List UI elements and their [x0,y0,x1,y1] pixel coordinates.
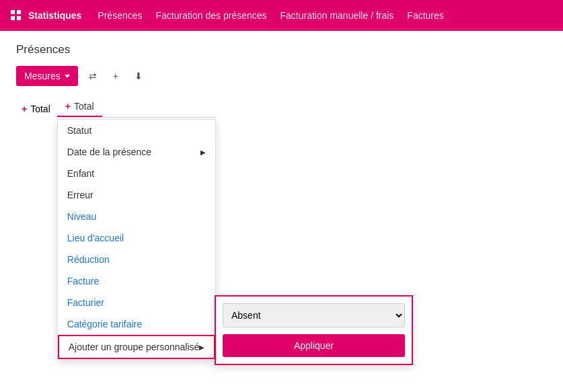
mesures-label: Mesures [24,71,61,81]
toolbar: Mesures ⇄ + ⬇ [16,66,547,86]
left-total-row: + Total [16,104,50,114]
top-navigation: Statistiques Présences Facturation des p… [0,0,563,31]
total-header-label: Total [74,101,94,112]
dropdown-item-lieu-accueil[interactable]: Lieu d'accueil [58,227,216,249]
dropdown-item-reduction[interactable]: Réduction [58,249,216,270]
nav-item-presences[interactable]: Présences [98,10,142,21]
custom-group-select[interactable]: Absent Présent Autre [223,303,405,327]
left-total-label: Total [30,104,50,114]
download-icon-button[interactable]: ⬇ [129,67,148,85]
transfer-icon-button[interactable]: ⇄ [83,67,102,85]
table-header: + Total [57,97,217,118]
plus-expand-icon[interactable]: + [22,104,27,114]
page-title: Présences [16,43,547,56]
mesures-button[interactable]: Mesures [16,66,78,86]
dropdown-item-statut[interactable]: Statut [58,120,216,141]
dropdown-menu: Statut Date de la présence ▶ Enfant Erre… [57,119,217,360]
custom-group-arrow-icon: ▶ [199,344,204,351]
nav-item-factures[interactable]: Factures [407,10,443,21]
appliquer-button[interactable]: Appliquer [223,334,405,357]
header-plus-icon[interactable]: + [65,101,71,112]
app-title: Statistiques [28,10,81,21]
dropdown-item-facturier[interactable]: Facturier [58,292,216,313]
dropdown-item-date-presence[interactable]: Date de la présence ▶ [58,141,216,163]
add-icon: + [113,71,118,81]
total-header-cell[interactable]: + Total [57,97,102,117]
submenu-arrow-icon: ▶ [200,149,206,156]
dropdown-item-categorie-tarifaire[interactable]: Catégorie tarifaire [58,313,216,335]
download-icon: ⬇ [135,71,143,81]
add-icon-button[interactable]: + [108,67,124,85]
nav-item-facturation-presences[interactable]: Facturation des présences [156,10,267,21]
nav-item-facturation-manuelle[interactable]: Facturation manuelle / frais [280,10,394,21]
transfer-icon: ⇄ [89,71,97,81]
app-brand: Statistiques [11,10,81,21]
grid-icon [11,10,22,21]
dropdown-item-niveau[interactable]: Niveau [58,206,216,227]
chevron-down-icon [65,75,70,78]
nav-links: Présences Facturation des présences Fact… [98,10,443,21]
dropdown-item-enfant[interactable]: Enfant [58,163,216,184]
dropdown-item-facture[interactable]: Facture [58,270,216,292]
dropdown-item-erreur[interactable]: Erreur [58,184,216,206]
page-content: Présences Mesures ⇄ + ⬇ + Total [0,31,563,392]
dropdown-item-custom-group[interactable]: Ajouter un groupe personnalisé ▶ [58,335,216,359]
